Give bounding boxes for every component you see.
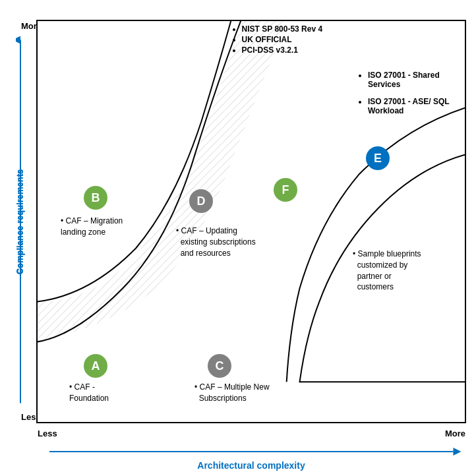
badge-D: D bbox=[189, 189, 213, 213]
x-more-label: More bbox=[445, 429, 465, 438]
y-axis-wrapper: Compliance requirements bbox=[5, 20, 35, 423]
compliance-item-2: UK OFFICIAL bbox=[242, 35, 465, 44]
compliance-item-3: PCI-DSS v3.2.1 bbox=[242, 45, 465, 55]
iso-item-2: ISO 27001 - ASE/ SQL Workload bbox=[368, 97, 461, 115]
compliance-item-1: NIST SP 800-53 Rev 4 bbox=[242, 24, 465, 34]
x-axis-text: Architectural complexity bbox=[197, 460, 305, 471]
badge-B: B bbox=[84, 186, 107, 210]
iso-items: ISO 27001 - Shared Services ISO 27001 - … bbox=[356, 71, 461, 115]
iso-item-1: ISO 27001 - Shared Services bbox=[368, 71, 461, 89]
label-D: • CAF – Updating existing subscriptions … bbox=[176, 225, 256, 258]
label-A: • CAF -Foundation bbox=[69, 382, 109, 404]
x-axis-label: Architectural complexity bbox=[36, 444, 466, 471]
iso-list: ISO 27001 - Shared Services ISO 27001 - … bbox=[356, 71, 461, 123]
chart-area: NIST SP 800-53 Rev 4 UK OFFICIAL PCI-DSS… bbox=[36, 20, 466, 423]
badge-A: A bbox=[84, 354, 107, 378]
compliance-list: NIST SP 800-53 Rev 4 UK OFFICIAL PCI-DSS… bbox=[230, 24, 465, 56]
badge-C: C bbox=[208, 354, 231, 378]
label-C: • CAF – Multiple New Subscriptions bbox=[194, 382, 270, 404]
badge-F: F bbox=[274, 178, 297, 202]
outer-container: Compliance requirements More Less Less M… bbox=[0, 0, 476, 476]
label-sample-blueprints: • Sample blueprints customized by partne… bbox=[353, 249, 421, 293]
compliance-items: NIST SP 800-53 Rev 4 UK OFFICIAL PCI-DSS… bbox=[230, 24, 465, 55]
label-B: • CAF – Migrationlanding zone bbox=[61, 216, 123, 238]
x-less-label: Less bbox=[38, 429, 57, 438]
badge-E: E bbox=[366, 146, 390, 170]
